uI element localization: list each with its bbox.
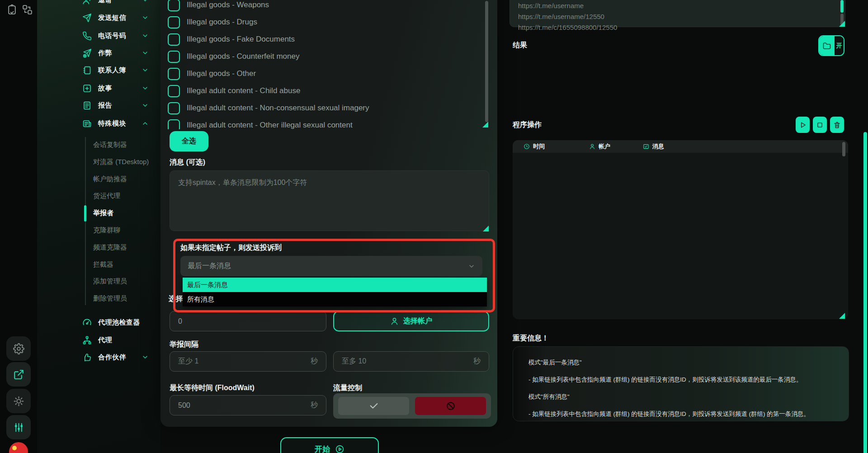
sidebar-item-spam[interactable]: 作弊	[82, 46, 149, 60]
settings-button[interactable]	[6, 336, 31, 361]
checkbox[interactable]	[168, 16, 180, 28]
sidebar-item-freight-agent[interactable]: 货运代理	[93, 189, 120, 203]
list-item: Illegal adult content - Child abuse	[168, 84, 300, 98]
layout-swap-icon[interactable]	[22, 4, 33, 15]
sliders-button[interactable]	[6, 415, 31, 439]
clipboard-check-icon[interactable]	[6, 4, 18, 15]
list-resize-grip[interactable]	[482, 122, 488, 127]
account-count-input[interactable]: 0	[170, 311, 326, 331]
choose-accounts-button[interactable]: 选择帐户	[333, 311, 489, 331]
sidebar-item-reporter[interactable]: 举报者	[93, 206, 113, 220]
checkbox[interactable]	[168, 51, 180, 63]
info-line: - 如果链接列表中包含指向频道 (群组) 的链接而没有消息ID，则投诉将发送到频…	[528, 410, 810, 418]
open-results-button[interactable]: 开	[818, 35, 844, 56]
operations-scrollbar[interactable]	[842, 142, 845, 156]
dropdown-option-last-message[interactable]: 最后一条消息	[183, 278, 487, 292]
user-icon	[390, 317, 399, 326]
chevron-down-icon	[142, 0, 149, 4]
report-icon	[82, 101, 92, 110]
sidebar-item-invite[interactable]: 邀请	[82, 0, 149, 7]
results-label: 结果	[513, 41, 527, 50]
checkbox[interactable]	[168, 0, 180, 11]
post-target-dropdown: 最后一条消息 所有消息	[183, 278, 487, 307]
run-button[interactable]	[796, 117, 810, 133]
column-time: 时间	[524, 142, 545, 151]
report-category-list: Illegal goods - Weapons Illegal goods - …	[160, 0, 482, 129]
trash-icon	[833, 121, 841, 129]
sidebar-item-proxy-pool-checker[interactable]: 代理池检查器	[82, 315, 149, 330]
checkbox[interactable]	[168, 85, 180, 97]
list-scrollbar[interactable]	[485, 1, 488, 122]
user-icon	[589, 143, 595, 150]
links-scrollbar-thumb[interactable]	[840, 0, 844, 13]
sidebar-item-phone-numbers[interactable]: 电话号码	[82, 28, 149, 43]
play-icon	[799, 121, 807, 129]
gear-icon	[13, 343, 24, 354]
sidebar-item-send-sms[interactable]: 发送短信	[82, 10, 149, 25]
interval-min-input[interactable]: 至少 1 秒	[170, 351, 326, 372]
sidebar-item-reports[interactable]: 报告	[82, 98, 149, 113]
blocked-icon	[446, 401, 456, 411]
info-line: 模式"所有消息"	[528, 393, 570, 401]
theme-button[interactable]	[6, 389, 31, 413]
list-item: Illegal adult content - Other illegal se…	[168, 118, 353, 129]
sidebar-item-channel-cloner[interactable]: 频道克隆器	[93, 241, 127, 254]
operations-label: 程序操作	[513, 120, 542, 130]
interval-max-input[interactable]: 至多 10 秒	[333, 351, 489, 372]
page-scrollbar[interactable]	[863, 132, 867, 453]
column-account: 帐户	[589, 142, 610, 151]
sidebar-item-proxy[interactable]: 代理	[82, 333, 149, 347]
chevron-down-icon	[142, 14, 149, 21]
checkbox[interactable]	[168, 33, 180, 46]
stop-icon	[816, 121, 824, 129]
sidebar-item-contacts[interactable]: 联系人簿	[82, 63, 149, 77]
thumbs-up-icon	[82, 353, 92, 362]
check-icon	[369, 401, 379, 411]
dropdown-option-all-messages[interactable]: 所有消息	[183, 292, 487, 307]
message-resize-grip[interactable]	[483, 226, 489, 231]
checkbox[interactable]	[168, 68, 180, 80]
floodwait-input[interactable]: 500 秒	[170, 395, 326, 415]
message-input[interactable]: 支持spintax，单条消息限制为100个字符	[170, 170, 489, 231]
message-label: 消息 (可选)	[170, 158, 205, 167]
traffic-label: 流量控制	[333, 383, 362, 393]
traffic-block-button[interactable]	[415, 397, 486, 415]
links-input[interactable]: https://t.me/username https://t.me/usern…	[509, 0, 845, 27]
sidebar-item-add-admin[interactable]: 添加管理员	[93, 274, 127, 288]
list-item: Illegal goods - Counterfeit money	[168, 50, 299, 63]
sidebar-item-partners[interactable]: 合作伙伴	[82, 350, 149, 364]
sidebar-item-account-booster[interactable]: 帐户助推器	[93, 172, 127, 186]
clock-icon	[524, 143, 530, 150]
start-button[interactable]: 开始	[280, 437, 379, 453]
sidebar-item-stories[interactable]: 故事	[82, 81, 149, 95]
language-flag-icon[interactable]	[9, 442, 28, 453]
chevron-down-icon	[142, 85, 149, 92]
sidebar-item-clone-group-chat[interactable]: 克隆群聊	[93, 223, 120, 237]
play-circle-icon	[335, 444, 344, 453]
info-line: 模式"最后一条消息"	[528, 359, 582, 367]
checkbox[interactable]	[168, 119, 180, 130]
stories-icon	[82, 84, 92, 93]
sidebar-item-remove-admin[interactable]: 删除管理员	[93, 292, 127, 305]
important-info-label: 重要信息！	[513, 334, 549, 343]
stop-button[interactable]	[813, 117, 827, 133]
links-resize-grip[interactable]	[839, 21, 845, 27]
app-window: 邀请 发送短信 电话号码 作弊 联系人簿 故事	[0, 0, 868, 453]
checkbox[interactable]	[168, 102, 180, 114]
operations-resize-grip[interactable]	[839, 313, 845, 319]
sidebar-item-special-modules[interactable]: 特殊模块	[82, 116, 149, 131]
external-link-button[interactable]	[6, 362, 31, 387]
clear-button[interactable]	[830, 117, 844, 133]
post-target-select[interactable]: 最后一条消息	[180, 256, 482, 276]
important-info-card: 模式"最后一条消息" - 如果链接列表中包含指向频道 (群组) 的链接而没有消息…	[513, 346, 849, 421]
select-all-button[interactable]: 全选	[170, 131, 208, 151]
sidebar-item-session-cloner[interactable]: 会话复制器	[93, 138, 127, 151]
info-line: - 如果链接列表中包含指向频道 (群组) 的链接而没有消息ID，则投诉将发送到该…	[528, 376, 802, 384]
sidebar-item-interceptor[interactable]: 拦截器	[93, 258, 113, 271]
sidebar-item-converter[interactable]: 对流器 (TDesktop)	[93, 155, 149, 169]
modules-icon	[82, 119, 92, 128]
chevron-down-icon	[468, 263, 475, 270]
traffic-allow-button[interactable]	[338, 397, 409, 415]
invite-icon	[82, 0, 92, 5]
chevron-down-icon	[142, 32, 149, 39]
